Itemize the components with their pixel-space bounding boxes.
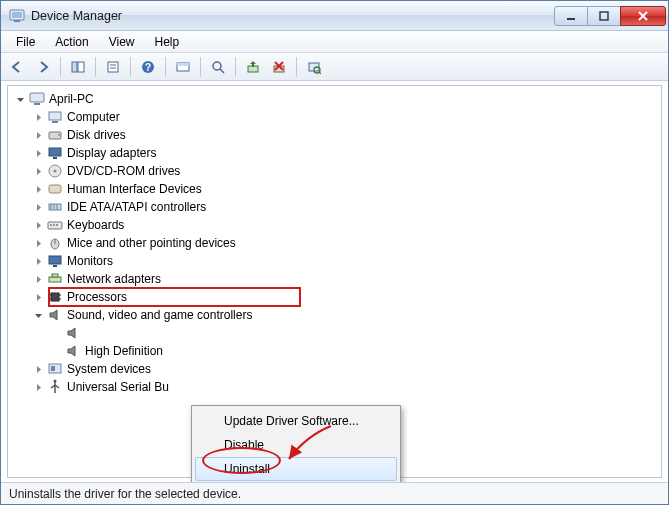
- tree-item-system-devices[interactable]: System devices: [28, 360, 659, 378]
- nav-forward-button[interactable]: [31, 55, 55, 79]
- svg-rect-21: [30, 93, 44, 102]
- svg-rect-24: [52, 121, 58, 123]
- optical-icon: [47, 163, 63, 179]
- svg-rect-5: [72, 62, 77, 72]
- tree-item-audio-device-2[interactable]: High Definition: [46, 342, 659, 360]
- window-title: Device Manager: [31, 9, 555, 23]
- svg-text:?: ?: [145, 62, 151, 73]
- toolbar-sep: [130, 57, 131, 77]
- speaker-icon: [65, 343, 81, 359]
- svg-rect-22: [34, 103, 40, 105]
- close-button[interactable]: [620, 6, 666, 26]
- ctx-disable[interactable]: Disable: [195, 433, 397, 457]
- update-driver-button[interactable]: [241, 55, 265, 79]
- find-button[interactable]: [206, 55, 230, 79]
- expand-icon[interactable]: [32, 201, 44, 213]
- collapse-icon[interactable]: [32, 309, 44, 321]
- disk-icon: [47, 127, 63, 143]
- menu-action[interactable]: Action: [46, 33, 97, 51]
- ctx-update-driver[interactable]: Update Driver Software...: [195, 409, 397, 433]
- nav-back-button[interactable]: [5, 55, 29, 79]
- tree-item-usb[interactable]: Universal Serial Bu: [28, 378, 659, 396]
- tree-item-disk-drives[interactable]: Disk drives: [28, 126, 659, 144]
- app-icon: [9, 8, 25, 24]
- tree-label: Display adapters: [67, 146, 156, 160]
- tree-item-network[interactable]: Network adapters: [28, 270, 659, 288]
- computer-root-icon: [29, 91, 45, 107]
- tree-item-dvd-cdrom[interactable]: DVD/CD-ROM drives: [28, 162, 659, 180]
- svg-rect-52: [51, 366, 55, 371]
- expand-icon[interactable]: [32, 255, 44, 267]
- svg-rect-6: [78, 62, 84, 72]
- scan-hardware-button[interactable]: [302, 55, 326, 79]
- svg-rect-4: [600, 12, 608, 20]
- tree-item-processors[interactable]: Processors: [28, 288, 659, 306]
- tree-item-hid[interactable]: Human Interface Devices: [28, 180, 659, 198]
- toolbar: ?: [1, 53, 668, 81]
- expand-icon[interactable]: [32, 129, 44, 141]
- expand-icon[interactable]: [32, 363, 44, 375]
- expand-icon[interactable]: [32, 219, 44, 231]
- expand-icon[interactable]: [32, 273, 44, 285]
- maximize-button[interactable]: [587, 6, 621, 26]
- expand-icon[interactable]: [32, 147, 44, 159]
- expand-icon[interactable]: [32, 183, 44, 195]
- svg-point-30: [54, 170, 57, 173]
- toolbar-sep: [235, 57, 236, 77]
- tree-item-keyboards[interactable]: Keyboards: [28, 216, 659, 234]
- tree-label: Disk drives: [67, 128, 126, 142]
- tree-item-sound[interactable]: Sound, video and game controllers: [28, 306, 659, 324]
- tree-item-monitors[interactable]: Monitors: [28, 252, 659, 270]
- svg-line-20: [319, 72, 321, 74]
- tree-label: Network adapters: [67, 272, 161, 286]
- minimize-button[interactable]: [554, 6, 588, 26]
- keyboard-icon: [47, 217, 63, 233]
- hid-icon: [47, 181, 63, 197]
- svg-rect-13: [177, 63, 189, 66]
- tree-label: DVD/CD-ROM drives: [67, 164, 180, 178]
- svg-rect-23: [49, 112, 61, 120]
- monitor-icon: [47, 253, 63, 269]
- expand-icon[interactable]: [32, 237, 44, 249]
- network-icon: [47, 271, 63, 287]
- content-area: April-PC Computer Disk drives Display ad…: [1, 81, 668, 482]
- speaker-icon: [65, 325, 81, 341]
- svg-rect-42: [49, 256, 61, 264]
- ctx-uninstall[interactable]: Uninstall: [195, 457, 397, 481]
- show-hide-tree-button[interactable]: [66, 55, 90, 79]
- help-button[interactable]: ?: [136, 55, 160, 79]
- svg-point-53: [54, 380, 57, 383]
- svg-rect-44: [49, 277, 61, 282]
- uninstall-driver-button[interactable]: [267, 55, 291, 79]
- svg-rect-43: [53, 265, 57, 267]
- caption-buttons: [555, 6, 666, 26]
- properties-button[interactable]: [101, 55, 125, 79]
- expand-icon[interactable]: [32, 111, 44, 123]
- tree-item-mice[interactable]: Mice and other pointing devices: [28, 234, 659, 252]
- menu-help[interactable]: Help: [146, 33, 189, 51]
- tree-item-ide[interactable]: IDE ATA/ATAPI controllers: [28, 198, 659, 216]
- tree-item-computer[interactable]: Computer: [28, 108, 659, 126]
- svg-rect-7: [108, 62, 118, 72]
- menu-view[interactable]: View: [100, 33, 144, 51]
- expand-icon[interactable]: [32, 381, 44, 393]
- tree-item-audio-device-1[interactable]: [46, 324, 659, 342]
- device-manager-window: Device Manager File Action View Help ?: [0, 0, 669, 505]
- tree-item-display-adapters[interactable]: Display adapters: [28, 144, 659, 162]
- collapse-icon[interactable]: [14, 93, 26, 105]
- toggle-console-button[interactable]: [171, 55, 195, 79]
- svg-rect-27: [49, 148, 61, 156]
- svg-point-26: [58, 134, 60, 136]
- expand-icon[interactable]: [32, 165, 44, 177]
- tree-label: Sound, video and game controllers: [67, 308, 252, 322]
- svg-point-14: [213, 62, 221, 70]
- expand-icon[interactable]: [32, 291, 44, 303]
- menu-file[interactable]: File: [7, 33, 44, 51]
- tree-label: High Definition: [85, 344, 163, 358]
- sound-icon: [47, 307, 63, 323]
- toolbar-sep: [200, 57, 201, 77]
- cpu-icon: [47, 289, 63, 305]
- tree-label: System devices: [67, 362, 151, 376]
- tree-root[interactable]: April-PC: [10, 90, 659, 108]
- svg-rect-1: [12, 12, 22, 18]
